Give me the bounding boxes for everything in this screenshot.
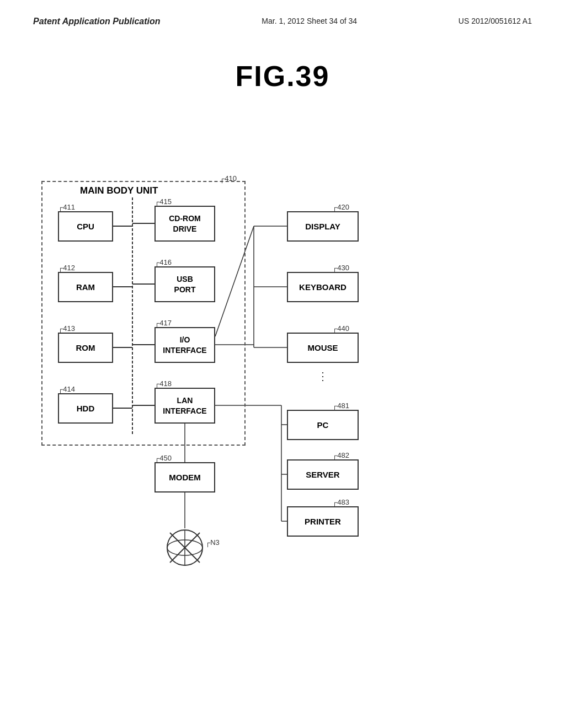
diagram-area: MAIN BODY UNIT ┌410 CPU ┌411 RAM ┌412 RO… <box>0 109 565 705</box>
box-server: SERVER <box>287 459 359 490</box>
ref-420: ┌420 <box>332 203 349 211</box>
ref-415: ┌415 <box>154 197 172 206</box>
ref-410: ┌410 <box>220 174 237 183</box>
ref-417: ┌417 <box>154 319 172 327</box>
ellipsis-dots: ⋮ <box>317 370 330 383</box>
box-ram: RAM <box>58 272 113 302</box>
box-cpu: CPU <box>58 211 113 242</box>
ref-414: ┌414 <box>58 385 75 393</box>
box-hdd: HDD <box>58 393 113 424</box>
header-center: Mar. 1, 2012 Sheet 34 of 34 <box>262 17 357 25</box>
box-lan-interface: LANINTERFACE <box>154 388 215 424</box>
ref-412: ┌412 <box>58 264 75 272</box>
box-printer: PRINTER <box>287 506 359 537</box>
ref-481: ┌481 <box>332 402 349 410</box>
box-cdrom: CD-ROMDRIVE <box>154 206 215 242</box>
header-left: Patent Application Publication <box>33 17 161 26</box>
box-rom: ROM <box>58 333 113 363</box>
header-right: US 2012/0051612 A1 <box>459 17 532 25</box>
ref-482: ┌482 <box>332 451 349 459</box>
network-symbol <box>166 528 204 567</box>
ref-418: ┌418 <box>154 379 172 388</box>
box-modem: MODEM <box>154 462 215 493</box>
ref-411: ┌411 <box>58 203 75 211</box>
ref-450: ┌450 <box>154 454 172 462</box>
ref-483: ┌483 <box>332 498 349 506</box>
box-pc: PC <box>287 410 359 440</box>
header: Patent Application Publication Mar. 1, 2… <box>0 0 565 26</box>
box-display: DISPLAY <box>287 211 359 242</box>
main-body-label: MAIN BODY UNIT <box>80 185 158 196</box>
ref-n3: ┌N3 <box>205 538 220 547</box>
fig-title: FIG.39 <box>0 60 565 93</box>
box-keyboard: KEYBOARD <box>287 272 359 302</box>
box-usbport: USBPORT <box>154 266 215 302</box>
ref-440: ┌440 <box>332 324 349 333</box>
box-mouse: MOUSE <box>287 333 359 363</box>
ref-430: ┌430 <box>332 264 349 272</box>
ref-416: ┌416 <box>154 258 172 266</box>
box-io-interface: I/OINTERFACE <box>154 327 215 363</box>
ref-413: ┌413 <box>58 324 75 333</box>
